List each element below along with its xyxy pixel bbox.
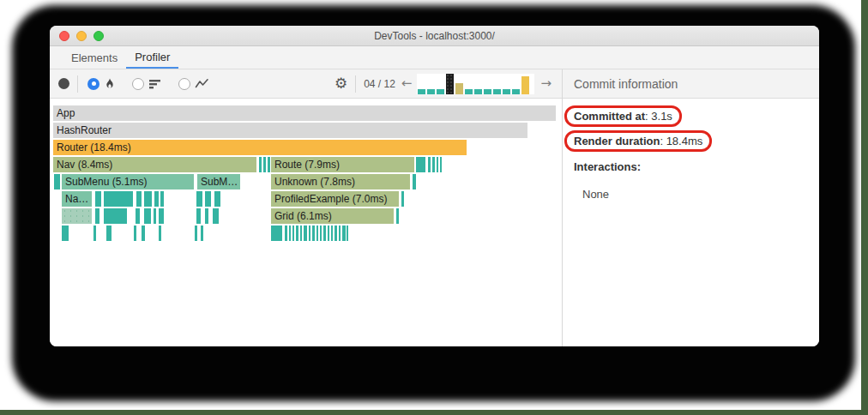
flame-bar[interactable] <box>144 208 151 224</box>
flame-bar-router[interactable]: Router (18.4ms) <box>53 140 467 155</box>
flame-bar-grid[interactable]: Grid (6.1ms) <box>271 208 394 224</box>
commit-bar-9[interactable] <box>493 89 501 94</box>
flame-bar[interactable] <box>106 226 112 241</box>
commit-bar-6[interactable] <box>465 89 473 94</box>
flame-bar[interactable] <box>328 226 329 241</box>
flame-bar[interactable] <box>259 157 262 172</box>
flame-bar[interactable] <box>440 157 442 172</box>
flame-bar[interactable] <box>134 226 136 241</box>
flame-icon <box>104 77 116 90</box>
flame-bar[interactable] <box>205 208 208 224</box>
flame-bar[interactable] <box>416 157 425 172</box>
flame-bar[interactable] <box>93 226 96 241</box>
flame-bar[interactable] <box>428 157 431 172</box>
flame-bar[interactable] <box>335 226 337 241</box>
window-title: DevTools - localhost:3000/ <box>50 30 819 42</box>
commit-bar-5[interactable] <box>455 83 463 94</box>
commit-bar-4[interactable] <box>446 74 454 94</box>
previous-commit-arrow[interactable]: ← <box>401 77 413 90</box>
flame-bar[interactable] <box>263 157 266 172</box>
committed-at-label: Committed at <box>574 110 645 123</box>
flame-bar[interactable] <box>213 208 219 224</box>
flame-bar[interactable] <box>320 226 322 241</box>
flame-bar[interactable] <box>154 191 159 207</box>
flame-bar[interactable] <box>300 226 302 241</box>
flame-bar[interactable] <box>339 226 341 241</box>
flame-bar-na[interactable]: Na… <box>62 191 92 207</box>
flame-bar[interactable] <box>285 226 287 241</box>
flame-bar[interactable] <box>154 208 156 224</box>
flame-bar-hashrouter[interactable]: HashRouter <box>53 123 527 138</box>
commit-bar-11[interactable] <box>512 89 520 94</box>
flame-bar-nav[interactable]: Nav (8.4ms) <box>53 157 256 172</box>
ranked-radio[interactable] <box>132 78 144 90</box>
ranked-chart-icon <box>148 78 162 90</box>
flame-bar[interactable] <box>296 226 298 241</box>
flame-bar[interactable] <box>160 191 164 207</box>
render-duration-annotation: Render duration: 18.4ms <box>564 130 712 152</box>
flame-bar[interactable] <box>95 208 99 224</box>
settings-gear-icon[interactable]: ⚙ <box>335 76 347 91</box>
flame-bar[interactable] <box>104 191 133 207</box>
flame-bar[interactable] <box>136 208 140 224</box>
flame-bar[interactable] <box>271 226 282 241</box>
flame-bar[interactable] <box>54 174 60 189</box>
next-commit-arrow[interactable]: → <box>540 77 552 90</box>
flame-bar[interactable] <box>342 226 346 241</box>
flame-bar-route[interactable]: Route (7.9ms) <box>271 157 414 172</box>
record-button[interactable] <box>58 78 69 89</box>
flame-bar[interactable] <box>413 174 416 189</box>
commit-bar-1[interactable] <box>418 89 425 94</box>
tab-profiler[interactable]: Profiler <box>126 46 178 69</box>
flame-bar[interactable] <box>331 226 333 241</box>
commit-selector-chart[interactable] <box>417 74 534 94</box>
flame-bar[interactable] <box>195 226 197 241</box>
commit-bar-10[interactable] <box>503 89 510 94</box>
flame-bar[interactable] <box>289 226 291 241</box>
flame-bar[interactable] <box>142 226 145 241</box>
flame-bar[interactable] <box>437 157 438 172</box>
commit-counter: 04 / 12 <box>364 78 395 90</box>
flame-bar[interactable] <box>201 226 203 241</box>
toolbar-divider <box>77 75 78 93</box>
flame-bar[interactable] <box>432 157 435 172</box>
flame-bar[interactable] <box>205 191 211 207</box>
flame-bar[interactable] <box>323 226 326 241</box>
commit-bar-8[interactable] <box>484 89 491 94</box>
commit-info-panel: Commit information Committed at: 3.1s Re… <box>562 69 819 346</box>
flame-bar[interactable] <box>62 226 69 241</box>
flame-bar[interactable] <box>196 208 201 224</box>
flame-bar[interactable] <box>292 226 294 241</box>
tab-elements[interactable]: Elements <box>63 46 126 69</box>
flame-bar-submenu[interactable]: SubMenu (5.1ms) <box>62 174 194 189</box>
flame-bar[interactable] <box>144 191 152 207</box>
commit-bar-2[interactable] <box>427 89 435 94</box>
flame-bar[interactable] <box>396 208 399 224</box>
flame-bar[interactable] <box>95 191 101 207</box>
flame-bar[interactable] <box>196 191 202 207</box>
commit-bar-12[interactable] <box>521 76 529 94</box>
flame-bar[interactable] <box>214 191 220 207</box>
flame-bar[interactable] <box>401 191 404 207</box>
flame-bar[interactable] <box>62 208 92 224</box>
flame-bar-subm[interactable]: SubM… <box>197 174 240 189</box>
flame-bar-profiledexample[interactable]: ProfiledExample (7.0ms) <box>271 191 399 207</box>
title-bar: DevTools - localhost:3000/ <box>50 26 819 46</box>
flame-bar[interactable] <box>159 208 164 224</box>
flame-bar[interactable] <box>136 191 142 207</box>
flame-bar[interactable] <box>159 226 161 241</box>
flame-bar[interactable] <box>268 157 270 172</box>
flame-bar[interactable] <box>104 208 127 224</box>
commit-bar-7[interactable] <box>474 89 482 94</box>
flame-bar[interactable] <box>347 226 348 241</box>
commit-bar-3[interactable] <box>437 89 444 94</box>
flamegraph-radio[interactable] <box>87 78 99 90</box>
flame-bar[interactable] <box>309 226 310 241</box>
interactions-radio[interactable] <box>178 78 190 90</box>
interactions-label: Interactions: <box>574 160 811 173</box>
flame-bar[interactable] <box>316 226 318 241</box>
flame-bar-unknown[interactable]: Unknown (7.8ms) <box>271 174 410 189</box>
flame-bar[interactable] <box>304 226 307 241</box>
flame-bar[interactable] <box>312 226 315 241</box>
flame-bar-app[interactable]: App <box>53 105 556 121</box>
